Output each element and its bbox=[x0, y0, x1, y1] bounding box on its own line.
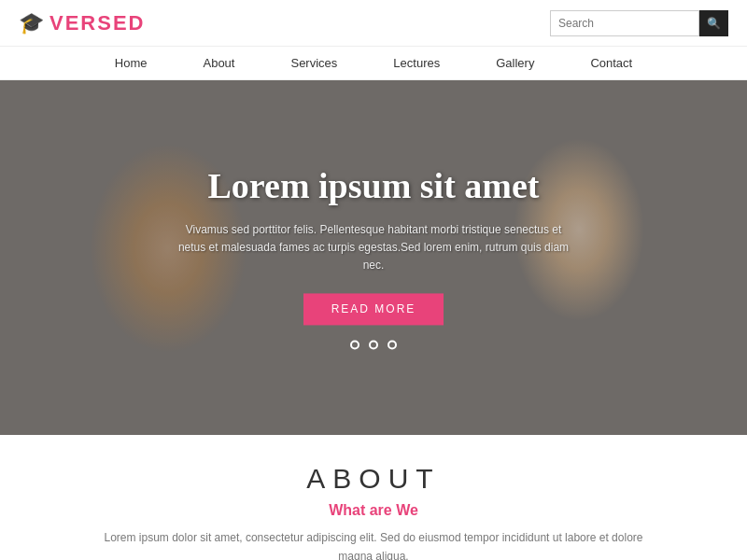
logo: 🎓 VERSED bbox=[19, 11, 145, 35]
about-title: ABOUT bbox=[19, 463, 728, 495]
carousel-dot-3[interactable] bbox=[388, 341, 397, 350]
carousel-dot-2[interactable] bbox=[369, 341, 378, 350]
search-area: 🔍 bbox=[550, 10, 728, 36]
carousel-dot-1[interactable] bbox=[350, 341, 359, 350]
nav-contact[interactable]: Contact bbox=[562, 56, 660, 70]
hero-title: Lorem ipsum sit amet bbox=[177, 165, 570, 208]
logo-text: VERSED bbox=[49, 11, 145, 35]
graduation-cap-icon: 🎓 bbox=[19, 11, 44, 35]
about-section: ABOUT What are We Lorem ipsum dolor sit … bbox=[0, 435, 747, 560]
search-input[interactable] bbox=[550, 10, 699, 36]
hero-section: Lorem ipsum sit amet Vivamus sed porttit… bbox=[0, 80, 747, 435]
header: 🎓 VERSED 🔍 bbox=[0, 0, 747, 47]
about-text: Lorem ipsum dolor sit amet, consectetur … bbox=[93, 528, 654, 560]
hero-description: Vivamus sed porttitor felis. Pellentesqu… bbox=[177, 221, 570, 275]
search-button[interactable]: 🔍 bbox=[699, 10, 728, 36]
carousel-dots bbox=[177, 341, 570, 350]
hero-content: Lorem ipsum sit amet Vivamus sed porttit… bbox=[177, 165, 570, 349]
nav-lectures[interactable]: Lectures bbox=[365, 56, 468, 70]
nav-home[interactable]: Home bbox=[87, 56, 176, 70]
nav-about[interactable]: About bbox=[175, 56, 262, 70]
nav-gallery[interactable]: Gallery bbox=[468, 56, 562, 70]
nav-services[interactable]: Services bbox=[262, 56, 365, 70]
main-nav: Home About Services Lectures Gallery Con… bbox=[0, 47, 747, 80]
read-more-button[interactable]: READ MORE bbox=[303, 294, 444, 326]
about-subtitle: What are We bbox=[19, 502, 728, 519]
